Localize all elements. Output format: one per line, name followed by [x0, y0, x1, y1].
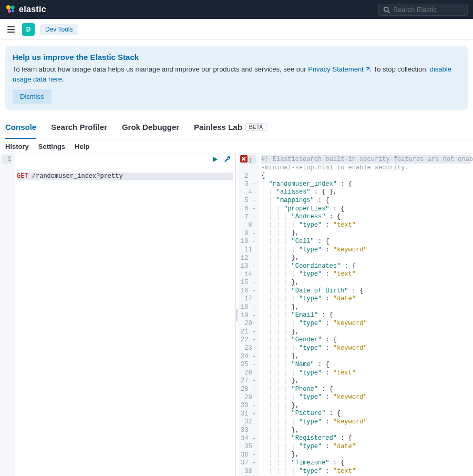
search-icon — [383, 6, 390, 13]
response-gutter: 1 2 -3 -4 5 -6 -7 -8 9 -10 -11 12 -13 -1… — [238, 154, 259, 476]
global-search[interactable] — [378, 4, 468, 16]
sub-header: D Dev Tools — [0, 19, 473, 40]
toolbar-settings[interactable]: Settings — [38, 143, 65, 150]
callout-title: Help us improve the Elastic Stack — [13, 53, 460, 62]
devtools-tabs: ConsoleSearch ProfilerGrok DebuggerPainl… — [0, 117, 473, 139]
elastic-logo-icon — [5, 4, 16, 16]
external-link-icon — [365, 65, 370, 75]
toolbar-history[interactable]: History — [5, 143, 29, 150]
brand-text: elastic — [19, 5, 46, 14]
svg-point-0 — [6, 5, 11, 9]
console-panes: 1 GET /randomuser_index?pretty 1 2 -3 -4… — [0, 154, 473, 476]
svg-point-4 — [384, 7, 388, 11]
privacy-statement-link[interactable]: Privacy Statement — [308, 65, 370, 73]
nav-toggle-icon[interactable] — [5, 24, 17, 35]
beta-badge: BETA — [245, 123, 266, 131]
svg-point-2 — [8, 9, 11, 12]
tab-painless-lab[interactable]: Painless LabBETA — [194, 117, 266, 139]
request-pane: 1 GET /randomuser_index?pretty — [0, 154, 236, 476]
request-gutter: 1 — [0, 154, 15, 476]
svg-line-5 — [388, 11, 389, 12]
tab-console[interactable]: Console — [5, 117, 36, 139]
send-request-button[interactable] — [210, 155, 220, 164]
console-toolbar: HistorySettingsHelp — [0, 139, 473, 154]
warning-icon — [240, 155, 248, 163]
play-icon — [212, 156, 218, 163]
response-pane: 1 2 -3 -4 5 -6 -7 -8 9 -10 -11 12 -13 -1… — [238, 154, 474, 476]
tab-grok-debugger[interactable]: Grok Debugger — [122, 117, 179, 139]
tab-search-profiler[interactable]: Search Profiler — [51, 117, 107, 139]
response-viewer[interactable]: #! Elasticsearch built-in security featu… — [259, 154, 473, 476]
svg-point-1 — [11, 5, 14, 9]
telemetry-callout: Help us improve the Elastic Stack To lea… — [5, 46, 468, 110]
elastic-logo[interactable]: elastic — [5, 4, 46, 16]
request-options-button[interactable] — [223, 155, 232, 164]
wrench-icon — [224, 156, 231, 163]
space-avatar[interactable]: D — [22, 23, 35, 36]
request-actions — [210, 155, 232, 164]
callout-body: To learn about how usage data helps us m… — [13, 65, 460, 84]
toolbar-help[interactable]: Help — [75, 143, 89, 150]
request-editor[interactable]: GET /randomuser_index?pretty — [15, 154, 235, 476]
global-search-input[interactable] — [393, 6, 463, 14]
top-bar: elastic — [0, 0, 473, 19]
dismiss-button[interactable]: Dismiss — [13, 89, 52, 104]
breadcrumb-dev-tools[interactable]: Dev Tools — [40, 24, 78, 35]
request-line[interactable]: GET /randomuser_index?pretty — [17, 173, 233, 181]
svg-point-3 — [12, 9, 14, 12]
